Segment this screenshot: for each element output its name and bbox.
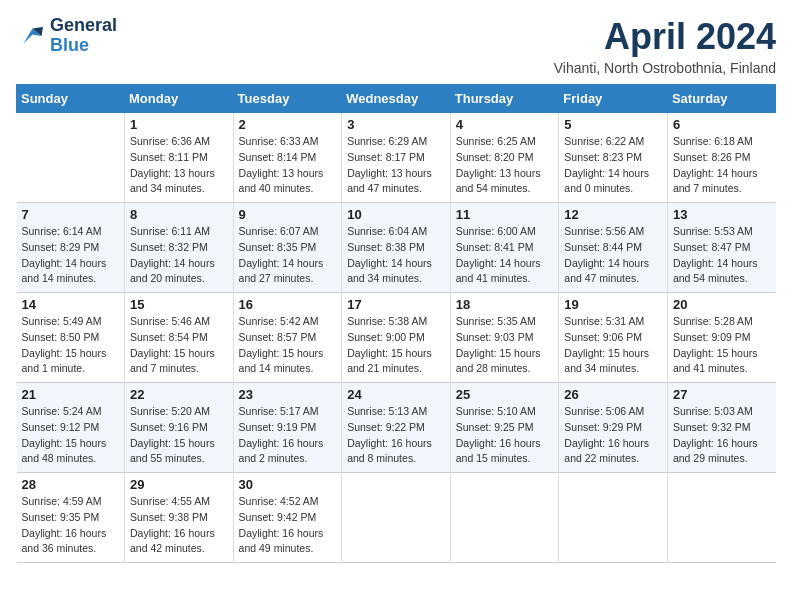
day-number: 18: [456, 297, 554, 312]
calendar-cell: 12Sunrise: 5:56 AM Sunset: 8:44 PM Dayli…: [559, 203, 668, 293]
logo-icon: [16, 21, 46, 51]
calendar-cell: 4Sunrise: 6:25 AM Sunset: 8:20 PM Daylig…: [450, 113, 559, 203]
day-info: Sunrise: 5:46 AM Sunset: 8:54 PM Dayligh…: [130, 314, 228, 377]
day-info: Sunrise: 5:35 AM Sunset: 9:03 PM Dayligh…: [456, 314, 554, 377]
calendar-cell: 17Sunrise: 5:38 AM Sunset: 9:00 PM Dayli…: [342, 293, 451, 383]
day-info: Sunrise: 6:18 AM Sunset: 8:26 PM Dayligh…: [673, 134, 771, 197]
logo-line2: Blue: [50, 36, 117, 56]
calendar-header: SundayMondayTuesdayWednesdayThursdayFrid…: [17, 85, 776, 113]
header-monday: Monday: [125, 85, 234, 113]
calendar-cell: [450, 473, 559, 563]
header-thursday: Thursday: [450, 85, 559, 113]
day-number: 21: [22, 387, 120, 402]
week-row-1: 1Sunrise: 6:36 AM Sunset: 8:11 PM Daylig…: [17, 113, 776, 203]
day-info: Sunrise: 5:31 AM Sunset: 9:06 PM Dayligh…: [564, 314, 662, 377]
calendar-cell: [342, 473, 451, 563]
day-info: Sunrise: 6:04 AM Sunset: 8:38 PM Dayligh…: [347, 224, 445, 287]
logo: General Blue: [16, 16, 117, 56]
day-number: 22: [130, 387, 228, 402]
month-title: April 2024: [554, 16, 776, 58]
day-info: Sunrise: 5:49 AM Sunset: 8:50 PM Dayligh…: [22, 314, 120, 377]
calendar-table: SundayMondayTuesdayWednesdayThursdayFrid…: [16, 84, 776, 563]
location-subtitle: Vihanti, North Ostrobothnia, Finland: [554, 60, 776, 76]
calendar-cell: 29Sunrise: 4:55 AM Sunset: 9:38 PM Dayli…: [125, 473, 234, 563]
day-info: Sunrise: 6:00 AM Sunset: 8:41 PM Dayligh…: [456, 224, 554, 287]
header-row: SundayMondayTuesdayWednesdayThursdayFrid…: [17, 85, 776, 113]
calendar-cell: 25Sunrise: 5:10 AM Sunset: 9:25 PM Dayli…: [450, 383, 559, 473]
day-number: 3: [347, 117, 445, 132]
day-number: 10: [347, 207, 445, 222]
calendar-cell: 28Sunrise: 4:59 AM Sunset: 9:35 PM Dayli…: [17, 473, 125, 563]
calendar-cell: 6Sunrise: 6:18 AM Sunset: 8:26 PM Daylig…: [667, 113, 775, 203]
calendar-body: 1Sunrise: 6:36 AM Sunset: 8:11 PM Daylig…: [17, 113, 776, 563]
day-info: Sunrise: 5:28 AM Sunset: 9:09 PM Dayligh…: [673, 314, 771, 377]
day-info: Sunrise: 6:33 AM Sunset: 8:14 PM Dayligh…: [239, 134, 337, 197]
day-number: 6: [673, 117, 771, 132]
day-number: 8: [130, 207, 228, 222]
day-info: Sunrise: 6:07 AM Sunset: 8:35 PM Dayligh…: [239, 224, 337, 287]
logo-line1: General: [50, 16, 117, 36]
day-info: Sunrise: 6:11 AM Sunset: 8:32 PM Dayligh…: [130, 224, 228, 287]
day-info: Sunrise: 5:42 AM Sunset: 8:57 PM Dayligh…: [239, 314, 337, 377]
day-info: Sunrise: 5:24 AM Sunset: 9:12 PM Dayligh…: [22, 404, 120, 467]
day-number: 27: [673, 387, 771, 402]
week-row-5: 28Sunrise: 4:59 AM Sunset: 9:35 PM Dayli…: [17, 473, 776, 563]
day-number: 28: [22, 477, 120, 492]
day-number: 11: [456, 207, 554, 222]
day-info: Sunrise: 6:22 AM Sunset: 8:23 PM Dayligh…: [564, 134, 662, 197]
day-number: 17: [347, 297, 445, 312]
day-number: 16: [239, 297, 337, 312]
day-info: Sunrise: 4:59 AM Sunset: 9:35 PM Dayligh…: [22, 494, 120, 557]
calendar-cell: 15Sunrise: 5:46 AM Sunset: 8:54 PM Dayli…: [125, 293, 234, 383]
calendar-cell: 5Sunrise: 6:22 AM Sunset: 8:23 PM Daylig…: [559, 113, 668, 203]
day-info: Sunrise: 5:56 AM Sunset: 8:44 PM Dayligh…: [564, 224, 662, 287]
day-number: 23: [239, 387, 337, 402]
day-info: Sunrise: 6:29 AM Sunset: 8:17 PM Dayligh…: [347, 134, 445, 197]
day-number: 19: [564, 297, 662, 312]
calendar-cell: 10Sunrise: 6:04 AM Sunset: 8:38 PM Dayli…: [342, 203, 451, 293]
calendar-cell: 11Sunrise: 6:00 AM Sunset: 8:41 PM Dayli…: [450, 203, 559, 293]
calendar-cell: 3Sunrise: 6:29 AM Sunset: 8:17 PM Daylig…: [342, 113, 451, 203]
calendar-cell: 1Sunrise: 6:36 AM Sunset: 8:11 PM Daylig…: [125, 113, 234, 203]
title-block: April 2024 Vihanti, North Ostrobothnia, …: [554, 16, 776, 76]
week-row-2: 7Sunrise: 6:14 AM Sunset: 8:29 PM Daylig…: [17, 203, 776, 293]
header-sunday: Sunday: [17, 85, 125, 113]
day-number: 13: [673, 207, 771, 222]
day-number: 25: [456, 387, 554, 402]
day-info: Sunrise: 5:03 AM Sunset: 9:32 PM Dayligh…: [673, 404, 771, 467]
day-number: 1: [130, 117, 228, 132]
calendar-cell: [559, 473, 668, 563]
day-info: Sunrise: 5:53 AM Sunset: 8:47 PM Dayligh…: [673, 224, 771, 287]
calendar-cell: 20Sunrise: 5:28 AM Sunset: 9:09 PM Dayli…: [667, 293, 775, 383]
calendar-cell: 7Sunrise: 6:14 AM Sunset: 8:29 PM Daylig…: [17, 203, 125, 293]
day-number: 7: [22, 207, 120, 222]
day-number: 26: [564, 387, 662, 402]
header-saturday: Saturday: [667, 85, 775, 113]
day-info: Sunrise: 6:14 AM Sunset: 8:29 PM Dayligh…: [22, 224, 120, 287]
day-info: Sunrise: 4:52 AM Sunset: 9:42 PM Dayligh…: [239, 494, 337, 557]
day-number: 5: [564, 117, 662, 132]
day-info: Sunrise: 6:25 AM Sunset: 8:20 PM Dayligh…: [456, 134, 554, 197]
calendar-cell: 27Sunrise: 5:03 AM Sunset: 9:32 PM Dayli…: [667, 383, 775, 473]
day-number: 14: [22, 297, 120, 312]
header-wednesday: Wednesday: [342, 85, 451, 113]
day-info: Sunrise: 5:17 AM Sunset: 9:19 PM Dayligh…: [239, 404, 337, 467]
day-info: Sunrise: 5:10 AM Sunset: 9:25 PM Dayligh…: [456, 404, 554, 467]
day-number: 15: [130, 297, 228, 312]
day-info: Sunrise: 5:06 AM Sunset: 9:29 PM Dayligh…: [564, 404, 662, 467]
logo-text: General Blue: [50, 16, 117, 56]
day-number: 24: [347, 387, 445, 402]
calendar-cell: 16Sunrise: 5:42 AM Sunset: 8:57 PM Dayli…: [233, 293, 342, 383]
calendar-cell: [17, 113, 125, 203]
calendar-cell: [667, 473, 775, 563]
calendar-cell: 24Sunrise: 5:13 AM Sunset: 9:22 PM Dayli…: [342, 383, 451, 473]
day-info: Sunrise: 4:55 AM Sunset: 9:38 PM Dayligh…: [130, 494, 228, 557]
day-number: 2: [239, 117, 337, 132]
calendar-cell: 30Sunrise: 4:52 AM Sunset: 9:42 PM Dayli…: [233, 473, 342, 563]
calendar-cell: 21Sunrise: 5:24 AM Sunset: 9:12 PM Dayli…: [17, 383, 125, 473]
header-tuesday: Tuesday: [233, 85, 342, 113]
calendar-cell: 9Sunrise: 6:07 AM Sunset: 8:35 PM Daylig…: [233, 203, 342, 293]
calendar-cell: 26Sunrise: 5:06 AM Sunset: 9:29 PM Dayli…: [559, 383, 668, 473]
day-number: 30: [239, 477, 337, 492]
calendar-cell: 23Sunrise: 5:17 AM Sunset: 9:19 PM Dayli…: [233, 383, 342, 473]
